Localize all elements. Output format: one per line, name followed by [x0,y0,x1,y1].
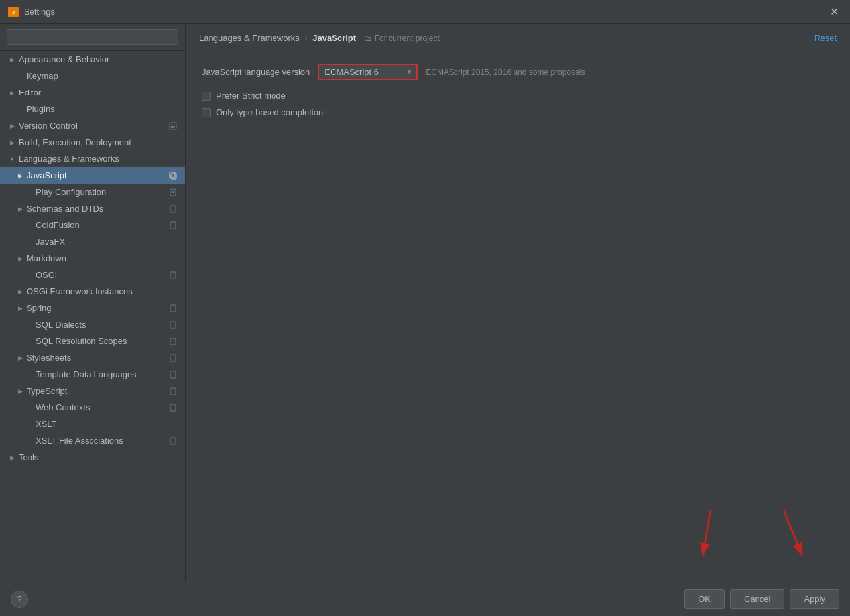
page-icon [168,271,178,279]
apply-button[interactable]: Apply [790,589,839,609]
sidebar-item-stylesheets[interactable]: ▶ Stylesheets [0,349,185,366]
arrow-icon: ▶ [8,122,16,130]
sidebar-item-appearance[interactable]: ▶ Appearance & Behavior [0,51,185,68]
arrow-icon: ▶ [8,454,16,462]
sidebar-item-tools[interactable]: ▶ Tools [0,449,185,465]
ok-button[interactable]: OK [684,589,725,609]
sidebar-item-markdown[interactable]: ▶ Markdown [0,250,185,267]
arrow-icon: ▶ [16,172,24,180]
content-area: Languages & Frameworks › JavaScript For … [186,24,850,582]
page-icon [168,321,178,329]
sidebar-item-version-control[interactable]: ▶ Version Control [0,117,185,134]
strict-mode-row: Prefer Strict mode [202,91,834,101]
sidebar-item-osgi[interactable]: OSGi [0,267,185,283]
svg-rect-18 [170,371,176,378]
sidebar-item-label: TypeScript [27,386,67,396]
breadcrumb-part1: Languages & Frameworks [199,33,300,43]
sidebar-item-coldfusion[interactable]: ColdFusion [0,217,185,233]
sidebar-item-template[interactable]: Template Data Languages [0,366,185,383]
sidebar-item-label: ColdFusion [36,220,80,230]
sidebar-item-xslt[interactable]: XSLT [0,416,185,432]
arrow-icon: ▶ [8,139,16,147]
svg-rect-14 [170,305,176,312]
svg-rect-9 [172,191,174,192]
sidebar-item-plugins[interactable]: Plugins [0,101,185,117]
cancel-button[interactable]: Cancel [730,589,784,609]
sidebar-item-osgi-framework[interactable]: ▶ OSGi Framework Instances [0,283,185,300]
svg-rect-20 [170,404,176,411]
arrow-icon [25,404,33,412]
sidebar-item-sql-dialects[interactable]: SQL Dialects [0,316,185,333]
svg-rect-13 [170,272,176,278]
svg-rect-16 [170,338,176,345]
reset-link[interactable]: Reset [814,33,837,43]
arrow-icon [25,321,33,329]
arrow-icon [25,437,33,445]
arrow-icon [25,188,33,196]
page-icon [168,371,178,379]
sidebar-item-play-config[interactable]: Play Configuration [0,184,185,200]
svg-rect-15 [170,322,176,328]
project-tag: For current project [364,34,440,43]
sidebar-item-schemas[interactable]: ▶ Schemas and DTDs [0,200,185,217]
main-container: ▶ Appearance & Behavior Keymap ▶ Editor … [0,24,850,582]
help-button[interactable]: ? [11,591,28,608]
arrow-icon: ▶ [16,288,24,296]
sidebar-item-typescript[interactable]: ▶ TypeScript [0,383,185,399]
breadcrumb: Languages & Frameworks › JavaScript For … [199,33,440,43]
sidebar-item-xslt-file[interactable]: XSLT File Associations [0,432,185,449]
arrow-icon: ▶ [16,354,24,362]
sidebar-item-label: OSGi Framework Instances [27,286,133,296]
svg-rect-6 [170,172,175,178]
sidebar-item-label: XSLT File Associations [36,436,123,446]
svg-rect-3 [171,125,175,125]
page-icon [168,221,178,229]
strict-mode-checkbox[interactable] [202,92,211,101]
svg-text:J: J [12,9,15,15]
type-completion-row: Only type-based completion [202,107,834,117]
arrow-icon: ▶ [16,255,24,263]
page-icon [168,188,178,196]
arrow-icon [25,238,33,246]
sidebar-item-javafx[interactable]: JavaFX [0,233,185,250]
sidebar-item-keymap[interactable]: Keymap [0,68,185,84]
version-label: JavaScript language version [202,67,310,77]
sidebar-item-label: Web Contexts [36,402,90,412]
titlebar-left: J Settings [8,7,55,17]
svg-rect-19 [170,388,176,395]
content-body: JavaScript language version ECMAScript 5… [186,50,850,582]
sidebar-item-label: Schemas and DTDs [27,204,103,214]
sidebar-item-label: Spring [27,303,52,313]
sidebar-item-build[interactable]: ▶ Build, Execution, Deployment [0,134,185,151]
arrow-icon [25,221,33,229]
sidebar-item-label: Tools [19,452,38,462]
type-completion-checkbox[interactable] [202,108,211,117]
sidebar-item-label: Markdown [27,253,66,263]
sidebar-item-label: XSLT [36,419,57,429]
svg-rect-7 [171,174,176,179]
sidebar-item-label: JavaFX [36,237,65,247]
sidebar-item-sql-resolution[interactable]: SQL Resolution Scopes [0,333,185,349]
sidebar-item-label: OSGi [36,270,57,280]
sidebar-item-label: Play Configuration [36,187,106,197]
sidebar-item-editor[interactable]: ▶ Editor [0,84,185,101]
close-button[interactable]: ✕ [826,4,842,20]
search-input[interactable] [7,29,178,45]
search-box [0,24,185,51]
copy-icon [168,172,178,180]
sidebar-item-label: Plugins [27,104,55,114]
arrow-icon: ▶ [8,89,16,97]
arrow-icon: ▶ [8,56,16,64]
version-select[interactable]: ECMAScript 5.1 ECMAScript 6 ECMAScript 2… [318,64,418,80]
svg-rect-17 [170,355,176,361]
sidebar-item-javascript[interactable]: ▶ JavaScript [0,167,185,184]
sidebar-item-languages[interactable]: ▼ Languages & Frameworks [0,151,185,167]
sidebar-item-label: Build, Execution, Deployment [19,137,131,147]
sidebar-item-web-contexts[interactable]: Web Contexts [0,399,185,416]
sidebar-item-label: SQL Dialects [36,320,86,330]
sidebar-item-label: SQL Resolution Scopes [36,336,127,346]
app-icon: J [8,7,19,17]
sidebar-item-label: Languages & Frameworks [19,154,119,164]
sidebar-item-spring[interactable]: ▶ Spring [0,300,185,316]
sidebar-item-label: Version Control [19,121,78,131]
